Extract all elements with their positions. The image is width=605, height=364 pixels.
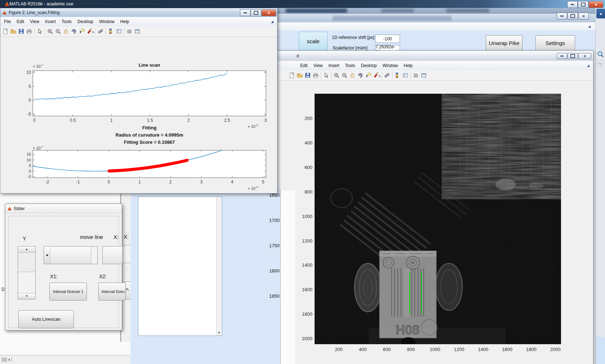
svg-text:5: 5 bbox=[29, 163, 31, 168]
image-ytick-1400: 1400 bbox=[298, 262, 312, 268]
image-ytick-1200: 1200 bbox=[298, 238, 312, 244]
gui-minimize-button[interactable] bbox=[557, 13, 567, 19]
y-label: Y bbox=[23, 236, 26, 241]
close-button[interactable]: × bbox=[589, 1, 603, 8]
desktop: MATLAB R2016b - academic use × × scale 1… bbox=[0, 0, 605, 364]
slider-thumb[interactable] bbox=[50, 247, 91, 264]
figure-d-brush-dropdown-icon[interactable]: ▾ bbox=[379, 75, 381, 78]
figure-d-menu-edit[interactable]: Edit bbox=[297, 62, 311, 70]
figure-d-new-document-icon[interactable] bbox=[288, 72, 296, 79]
image-ytick-2000: 2000 bbox=[298, 336, 312, 341]
svg-text:0: 0 bbox=[108, 179, 110, 185]
search-icon[interactable] bbox=[597, 50, 605, 60]
scroll-down-button[interactable]: ▼ bbox=[217, 330, 222, 336]
maximize-button[interactable] bbox=[578, 1, 588, 8]
figure-d-window: d × EditViewInsertToolsDesktopWindowHelp… bbox=[270, 50, 593, 364]
image-xtick-800: 800 bbox=[404, 347, 418, 352]
figure-d-zoom-out-icon[interactable] bbox=[341, 72, 348, 79]
image-ytick-400: 400 bbox=[298, 140, 312, 146]
figure-d-zoom-in-icon[interactable] bbox=[333, 72, 341, 79]
figure-d-close-button[interactable]: × bbox=[578, 53, 591, 59]
svg-text:15: 15 bbox=[27, 152, 31, 156]
up-arrow-icon: ▲ bbox=[25, 248, 28, 251]
unwrap-pike-button[interactable]: Unwrap Pike bbox=[486, 35, 522, 51]
figure-d-pan-hand-icon[interactable] bbox=[348, 72, 356, 79]
auto-linescan-button[interactable]: Auto Linescan bbox=[18, 310, 74, 328]
drag-grip-icon[interactable] bbox=[2, 357, 16, 362]
figure-d-menu-desktop[interactable]: Desktop bbox=[358, 62, 380, 70]
gui-close-button[interactable]: × bbox=[578, 13, 589, 19]
gui-axis-tick-1800: 1800 bbox=[259, 268, 280, 274]
scale-button[interactable]: scale bbox=[299, 32, 328, 51]
hidden-x-label-fragment: X: bbox=[124, 234, 129, 240]
figure-d-open-file-icon[interactable] bbox=[296, 72, 304, 79]
figure-d-rotate-3d-icon[interactable] bbox=[356, 72, 364, 79]
image-ytick-200: 200 bbox=[298, 116, 312, 121]
image-xtick-1800: 1800 bbox=[524, 347, 538, 352]
image-xtick-1400: 1400 bbox=[476, 347, 490, 352]
y-slider-track[interactable] bbox=[18, 272, 35, 293]
figure2-plots[interactable]: 00.511.522.531050-5-2-1012345151050-5 bbox=[0, 8, 277, 193]
ref-shift-input[interactable]: -100 bbox=[375, 35, 400, 43]
svg-text:2.5: 2.5 bbox=[224, 118, 230, 123]
y-slider-down-button[interactable]: ▼ bbox=[18, 293, 35, 299]
figure-d-hide-plot-tools-icon[interactable] bbox=[412, 72, 420, 79]
toolbar-separator bbox=[392, 72, 392, 79]
toolbar-separator bbox=[410, 72, 411, 79]
listbox-scrollbar[interactable]: ▼ bbox=[216, 197, 222, 336]
y-slider-up-button[interactable]: ▲ bbox=[18, 247, 35, 253]
interval-grenze2-button[interactable]: Interval Gren. bbox=[98, 283, 126, 301]
svg-text:-2: -2 bbox=[45, 179, 49, 185]
figure-d-menubar: EditViewInsertToolsDesktopWindowHelp bbox=[270, 61, 593, 71]
figure-d-data-cursor-icon[interactable] bbox=[364, 72, 372, 79]
x-position-slider[interactable] bbox=[102, 246, 122, 264]
figure-d-link-plot-icon[interactable] bbox=[383, 72, 391, 79]
svg-text:1: 1 bbox=[110, 118, 113, 123]
gui-titlebar: × bbox=[271, 13, 596, 23]
figure-d-toolbar: ▾ bbox=[270, 70, 593, 81]
expand-chevron-icon[interactable] bbox=[597, 61, 604, 69]
figure-d-insert-legend-icon[interactable] bbox=[401, 72, 409, 79]
svg-text:2: 2 bbox=[169, 179, 172, 185]
figure-d-menu-tools[interactable]: Tools bbox=[342, 62, 358, 70]
figure-d-menu-help[interactable]: Help bbox=[401, 62, 415, 70]
gui-menu-strip bbox=[271, 22, 596, 31]
figure-d-print-figure-icon[interactable] bbox=[312, 72, 320, 79]
figure-d-show-plot-tools-icon[interactable] bbox=[420, 72, 428, 79]
figure-d-menu-insert[interactable]: Insert bbox=[325, 62, 342, 70]
figure-d-menu-view[interactable]: View bbox=[311, 62, 326, 70]
image-xtick-1600: 1600 bbox=[500, 347, 515, 352]
blurred-toolstrip bbox=[277, 8, 605, 13]
interferogram-image[interactable]: H08 bbox=[315, 94, 561, 344]
figure-d-title: d bbox=[297, 53, 299, 58]
figure-d-minimize-button[interactable] bbox=[557, 53, 567, 59]
image-xtick-400: 400 bbox=[356, 347, 370, 352]
svg-text:10: 10 bbox=[27, 158, 31, 162]
slider-left-button[interactable]: ◀ bbox=[44, 247, 50, 264]
y-slider[interactable]: ▲ ▼ bbox=[18, 246, 36, 299]
minimize-button[interactable] bbox=[567, 1, 578, 8]
figure-d-edit-plot-pointer-icon[interactable] bbox=[322, 72, 330, 79]
y-slider-thumb[interactable] bbox=[18, 253, 35, 272]
interval-grenze2-label: Interval Gren. bbox=[102, 289, 126, 294]
figure-d-save-figure-icon[interactable] bbox=[304, 72, 312, 79]
svg-text:0: 0 bbox=[28, 98, 31, 103]
settings-button[interactable]: Settings bbox=[535, 35, 575, 51]
figure-d-maximize-button[interactable] bbox=[568, 53, 578, 59]
matlab-logo-icon bbox=[5, 2, 9, 6]
autohide-tab[interactable]: ▲ bbox=[596, 9, 605, 18]
gui-menu-dock-arrow-icon[interactable] bbox=[588, 25, 591, 28]
image-xtick-2000: 2000 bbox=[548, 347, 562, 352]
interval-grenze1-button[interactable]: Interval Grenze 1 bbox=[49, 283, 87, 301]
matlab-window-controls: × bbox=[567, 1, 603, 7]
figure-d-insert-colorbar-icon[interactable] bbox=[393, 72, 401, 79]
up-arrow-icon: ▲ bbox=[599, 12, 603, 15]
figure-d-menu-window[interactable]: Window bbox=[380, 62, 401, 70]
move-line-slider[interactable]: ◀ bbox=[44, 246, 98, 264]
figure-d-menu-dock-arrow-icon[interactable] bbox=[587, 65, 590, 67]
figure2-window: Figure 2: Line_scan,Fitting × FileEditVi… bbox=[0, 8, 277, 194]
gui-maximize-button[interactable] bbox=[568, 13, 578, 19]
down-arrow-icon: ▼ bbox=[25, 295, 28, 298]
linescan-listbox[interactable]: ▼ bbox=[138, 196, 222, 336]
image-xtick-1200: 1200 bbox=[452, 347, 466, 352]
